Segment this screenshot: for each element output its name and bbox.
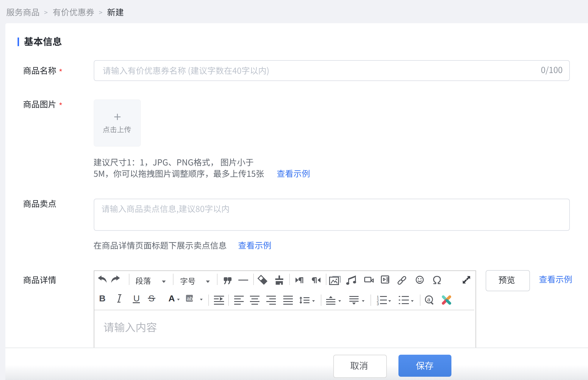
svg-text:a: a [427, 296, 430, 303]
svg-text:3: 3 [377, 302, 379, 306]
